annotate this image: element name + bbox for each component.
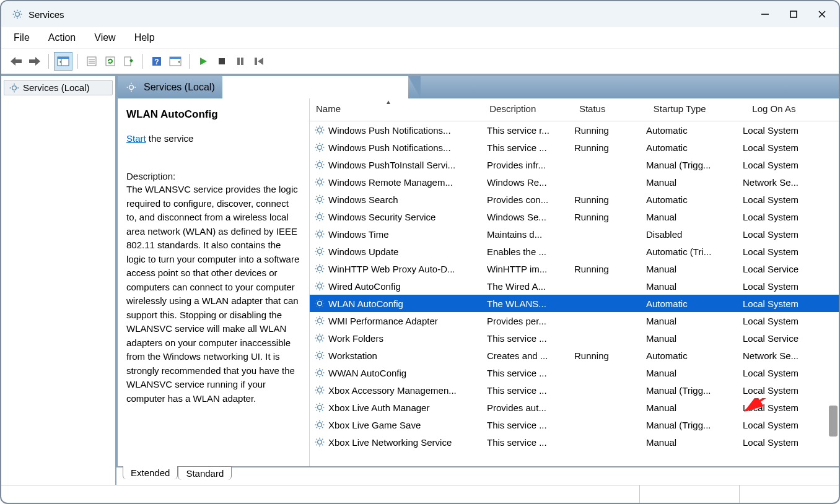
statusbar <box>1 485 839 503</box>
service-logon-cell: Local System <box>738 160 828 170</box>
menu-view[interactable]: View <box>93 31 116 45</box>
service-startup-cell: Automatic <box>641 298 738 309</box>
column-startup[interactable]: Startup Type <box>647 98 746 121</box>
svg-line-83 <box>317 185 317 185</box>
svg-line-209 <box>317 427 317 428</box>
properties-button[interactable] <box>83 53 100 70</box>
show-hide-tree-button[interactable] <box>54 52 72 71</box>
minimize-button[interactable] <box>751 3 779 25</box>
back-button[interactable] <box>7 53 25 70</box>
svg-line-164 <box>317 341 317 341</box>
svg-point-139 <box>318 302 322 306</box>
svg-line-111 <box>322 231 323 232</box>
service-row[interactable]: Windows Push Notifications...This servic… <box>310 139 839 156</box>
svg-line-174 <box>322 352 323 353</box>
svg-marker-13 <box>11 57 22 66</box>
menu-file[interactable]: File <box>12 31 31 45</box>
service-row[interactable]: Xbox Live Auth ManagerProvides aut...Man… <box>310 399 839 416</box>
svg-line-117 <box>317 248 317 249</box>
svg-line-146 <box>317 306 317 306</box>
service-row[interactable]: WinHTTP Web Proxy Auto-D...WinHTTP im...… <box>310 260 839 277</box>
svg-line-91 <box>322 202 323 202</box>
svg-line-163 <box>322 341 323 341</box>
service-row[interactable]: Windows Push Notifications...This servic… <box>310 121 839 139</box>
tab-standard[interactable]: Standard <box>178 466 232 480</box>
service-startup-cell: Automatic <box>641 142 738 153</box>
svg-rect-36 <box>241 58 243 65</box>
svg-marker-14 <box>29 57 40 66</box>
svg-rect-34 <box>219 58 225 64</box>
svg-line-129 <box>322 266 323 266</box>
column-logon[interactable]: Log On As <box>746 98 839 121</box>
service-desc-cell: This service ... <box>482 385 569 396</box>
service-icon <box>315 298 325 308</box>
start-suffix-text: the service <box>146 133 194 144</box>
svg-line-75 <box>322 162 323 162</box>
service-icon <box>315 246 325 256</box>
maximize-button[interactable] <box>779 3 808 25</box>
service-row[interactable]: WLAN AutoConfigThe WLANS...AutomaticLoca… <box>310 295 839 312</box>
close-button[interactable] <box>808 3 836 25</box>
service-row[interactable]: Windows UpdateEnables the ...Automatic (… <box>310 243 839 260</box>
service-row[interactable]: Xbox Accessory Managemen...This service … <box>310 381 839 399</box>
svg-point-39 <box>12 85 17 90</box>
start-service-link[interactable]: Start <box>126 133 146 144</box>
service-name-cell: Xbox Live Auth Manager <box>328 402 429 413</box>
service-startup-cell: Manual <box>641 177 738 188</box>
scrollbar-thumb[interactable] <box>829 406 838 437</box>
start-service-button[interactable] <box>195 53 212 70</box>
svg-line-136 <box>322 289 323 289</box>
pause-service-button[interactable] <box>232 53 249 70</box>
service-icon <box>315 385 325 395</box>
service-desc-cell: The Wired A... <box>482 281 569 292</box>
restart-service-button[interactable] <box>250 53 268 70</box>
service-logon-cell: Local System <box>738 246 828 257</box>
service-desc-cell: This service ... <box>482 333 569 344</box>
service-logon-cell: Network Se... <box>738 350 828 361</box>
service-startup-cell: Manual <box>641 281 738 292</box>
service-row[interactable]: WorkstationCreates and ...RunningAutomat… <box>310 347 839 364</box>
forward-button[interactable] <box>26 53 43 70</box>
service-logon-cell: Local Service <box>738 333 828 344</box>
svg-line-207 <box>317 422 317 422</box>
svg-line-210 <box>322 422 323 422</box>
svg-line-65 <box>317 150 317 150</box>
column-status[interactable]: Status <box>573 98 647 121</box>
service-row[interactable]: Windows Security ServiceWindows Se...Run… <box>310 208 839 225</box>
svg-line-82 <box>322 185 323 185</box>
service-row[interactable]: Windows Remote Managem...Windows Re...Ma… <box>310 173 839 191</box>
svg-point-67 <box>318 163 322 167</box>
menu-help[interactable]: Help <box>133 31 156 45</box>
export-button[interactable] <box>120 53 138 70</box>
svg-line-145 <box>322 306 323 306</box>
svg-line-198 <box>317 404 317 405</box>
stop-service-button[interactable] <box>213 53 230 70</box>
service-icon <box>315 177 325 187</box>
service-row[interactable]: Xbox Live Networking ServiceThis service… <box>310 433 839 451</box>
menu-action[interactable]: Action <box>47 31 77 45</box>
svg-line-189 <box>317 387 317 388</box>
detail-pane: WLAN AutoConfig Start the service Descri… <box>118 98 310 466</box>
tab-extended[interactable]: Extended <box>123 466 178 479</box>
svg-line-191 <box>317 393 317 393</box>
service-row[interactable]: Work FoldersThis service ...ManualLocal … <box>310 329 839 347</box>
refresh-button[interactable] <box>102 53 119 70</box>
column-name[interactable]: Name <box>310 98 483 121</box>
svg-line-119 <box>317 254 317 254</box>
service-row[interactable]: Windows SearchProvides con...RunningAuto… <box>310 191 839 208</box>
svg-line-182 <box>317 375 317 376</box>
service-row[interactable]: Wired AutoConfigThe Wired A...ManualLoca… <box>310 277 839 295</box>
service-row[interactable]: Windows PushToInstall Servi...Provides i… <box>310 156 839 173</box>
service-row[interactable]: WMI Performance AdapterProvides per...Ma… <box>310 312 839 329</box>
service-status-cell: Running <box>569 350 641 361</box>
service-row[interactable]: WWAN AutoConfigThis service ...ManualLoc… <box>310 364 839 381</box>
window-new-button[interactable] <box>167 53 184 70</box>
service-logon-cell: Network Se... <box>738 177 828 188</box>
column-description[interactable]: Description <box>483 98 573 121</box>
tree-root-services-local[interactable]: Services (Local) <box>4 80 113 95</box>
service-row[interactable]: Windows TimeMaintains d...DisabledLocal … <box>310 225 839 243</box>
service-status-cell: Running <box>569 264 641 274</box>
service-name-cell: Wired AutoConfig <box>328 281 401 292</box>
help-button[interactable]: ? <box>148 53 165 70</box>
service-row[interactable]: Xbox Live Game SaveThis service ...Manua… <box>310 416 839 433</box>
